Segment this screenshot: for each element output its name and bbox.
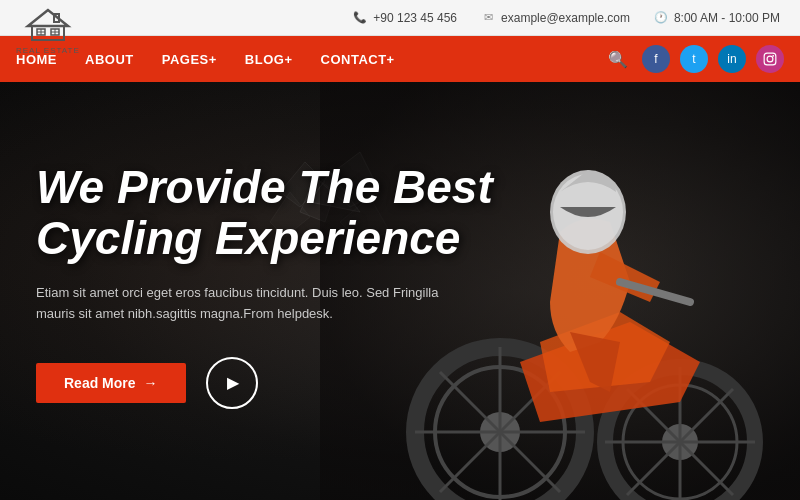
play-button[interactable]	[206, 357, 258, 409]
svg-marker-0	[28, 10, 68, 26]
hero-actions: Read More →	[36, 357, 493, 409]
hero-content: We Provide The Best Cycling Experience E…	[36, 162, 493, 409]
email-info: ✉ example@example.com	[481, 11, 630, 25]
svg-rect-9	[764, 53, 776, 65]
email-address: example@example.com	[501, 11, 630, 25]
nav-about[interactable]: ABOUT	[85, 52, 134, 67]
clock-icon: 🕐	[654, 11, 668, 25]
phone-info: 📞 +90 123 45 456	[353, 11, 457, 25]
phone-number: +90 123 45 456	[373, 11, 457, 25]
svg-point-10	[767, 56, 773, 62]
business-hours: 8:00 AM - 10:00 PM	[674, 11, 780, 25]
read-more-button[interactable]: Read More →	[36, 363, 186, 403]
hours-info: 🕐 8:00 AM - 10:00 PM	[654, 11, 780, 25]
nav-right: 🔍 f t in	[608, 45, 784, 73]
twitter-icon[interactable]: t	[680, 45, 708, 73]
navbar: HOME ABOUT PAGES+ BLOG+ CONTACT+ 🔍 f t i…	[0, 36, 800, 82]
top-bar: 📞 +90 123 45 456 ✉ example@example.com 🕐…	[0, 0, 800, 36]
facebook-icon[interactable]: f	[642, 45, 670, 73]
logo-icon	[24, 6, 72, 44]
svg-point-11	[772, 55, 774, 57]
logo[interactable]: REAL ESTATE	[16, 6, 80, 55]
nav-blog[interactable]: BLOG+	[245, 52, 293, 67]
linkedin-icon[interactable]: in	[718, 45, 746, 73]
nav-pages[interactable]: PAGES+	[162, 52, 217, 67]
hero-title: We Provide The Best Cycling Experience	[36, 162, 493, 263]
logo-text: REAL ESTATE	[16, 46, 80, 55]
search-icon[interactable]: 🔍	[608, 50, 628, 69]
email-icon: ✉	[481, 11, 495, 25]
hero-section: We Provide The Best Cycling Experience E…	[0, 82, 800, 500]
nav-contact[interactable]: CONTACT+	[321, 52, 395, 67]
phone-icon: 📞	[353, 11, 367, 25]
hero-subtitle: Etiam sit amet orci eget eros faucibus t…	[36, 283, 476, 325]
instagram-icon[interactable]	[756, 45, 784, 73]
